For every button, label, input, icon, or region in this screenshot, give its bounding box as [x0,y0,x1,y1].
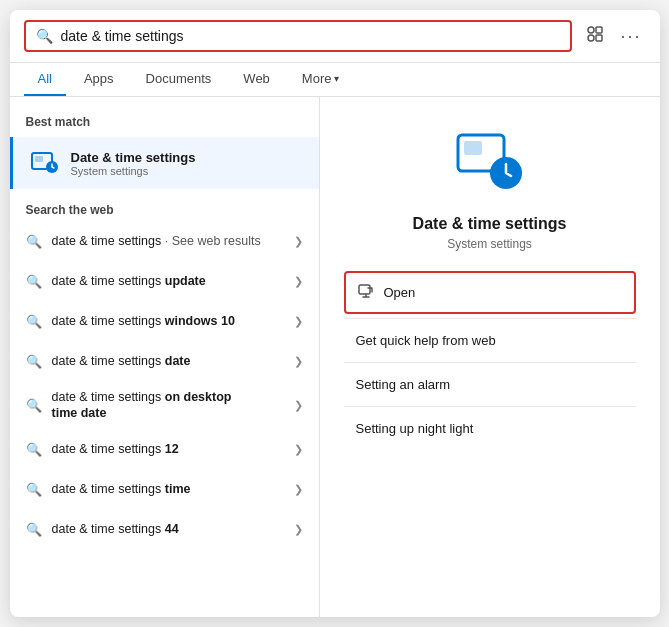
tab-apps[interactable]: Apps [70,63,128,96]
svg-rect-0 [588,27,594,33]
svg-rect-5 [35,156,43,162]
best-match-item[interactable]: Date & time settings System settings [10,137,319,189]
search-item-icon: 🔍 [26,354,42,369]
list-item[interactable]: 🔍 date & time settings on desktoptime da… [10,381,319,430]
svg-rect-1 [596,27,602,33]
svg-rect-2 [596,35,602,41]
svg-rect-8 [464,141,482,155]
chevron-down-icon: ▾ [334,73,339,84]
svg-rect-3 [588,35,594,41]
chevron-right-icon: ❯ [294,355,303,368]
best-match-subtitle: System settings [71,165,196,177]
tab-web[interactable]: Web [229,63,284,96]
search-item-icon: 🔍 [26,274,42,289]
divider [344,362,636,363]
search-item-icon: 🔍 [26,522,42,537]
tab-all[interactable]: All [24,63,66,96]
list-item[interactable]: 🔍 date & time settings update ❯ [10,261,319,301]
open-icon [358,283,374,302]
list-item[interactable]: 🔍 date & time settings time ❯ [10,470,319,510]
list-item[interactable]: 🔍 date & time settings 44 ❯ [10,510,319,550]
left-panel: Best match Date & time settings System s… [10,97,320,617]
search-icon: 🔍 [36,28,53,44]
list-item[interactable]: 🔍 date & time settings · See web results… [10,221,319,261]
right-panel-title: Date & time settings [413,215,567,233]
list-item[interactable]: 🔍 date & time settings windows 10 ❯ [10,301,319,341]
alarm-label: Setting an alarm [356,377,451,392]
chevron-right-icon: ❯ [294,443,303,456]
search-item-icon: 🔍 [26,442,42,457]
chevron-right-icon: ❯ [294,315,303,328]
search-window: 🔍 date & time settings ··· All Apps [10,10,660,617]
list-item[interactable]: 🔍 date & time settings 12 ❯ [10,430,319,470]
search-query[interactable]: date & time settings [61,28,561,44]
tabs-bar: All Apps Documents Web More ▾ [10,63,660,97]
open-button[interactable]: Open [344,271,636,314]
profile-button[interactable] [582,21,608,51]
tab-documents[interactable]: Documents [132,63,226,96]
tab-more[interactable]: More ▾ [288,63,354,96]
right-panel: Date & time settings System settings Ope… [320,97,660,617]
action-list: Open Get quick help from web Setting an … [344,271,636,446]
svg-rect-10 [359,285,370,294]
chevron-right-icon: ❯ [294,399,303,412]
alarm-button[interactable]: Setting an alarm [344,367,636,402]
divider [344,318,636,319]
night-light-label: Setting up night light [356,421,474,436]
chevron-right-icon: ❯ [294,523,303,536]
right-panel-subtitle: System settings [447,237,532,251]
best-match-text: Date & time settings System settings [71,150,196,177]
search-input-container[interactable]: 🔍 date & time settings [24,20,573,52]
best-match-label: Best match [10,109,319,133]
open-label: Open [384,285,416,300]
night-light-button[interactable]: Setting up night light [344,411,636,446]
best-match-app-icon [29,147,61,179]
more-options-button[interactable]: ··· [616,22,645,51]
search-item-icon: 🔍 [26,234,42,249]
search-item-icon: 🔍 [26,482,42,497]
chevron-right-icon: ❯ [294,275,303,288]
search-item-icon: 🔍 [26,398,42,413]
list-item[interactable]: 🔍 date & time settings date ❯ [10,341,319,381]
web-search-label: Search the web [10,193,319,221]
quick-help-label: Get quick help from web [356,333,496,348]
search-bar-actions: ··· [582,21,645,51]
search-item-icon: 🔍 [26,314,42,329]
chevron-right-icon: ❯ [294,235,303,248]
quick-help-button[interactable]: Get quick help from web [344,323,636,358]
app-icon-large [454,127,526,199]
best-match-title: Date & time settings [71,150,196,165]
divider [344,406,636,407]
chevron-right-icon: ❯ [294,483,303,496]
main-content: Best match Date & time settings System s… [10,97,660,617]
search-bar: 🔍 date & time settings ··· [10,10,660,63]
